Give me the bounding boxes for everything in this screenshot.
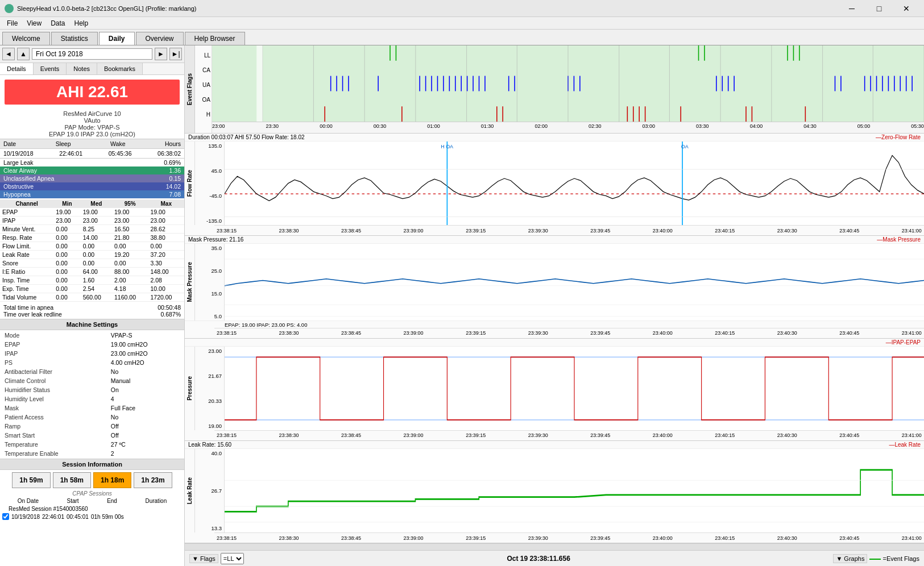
- ll-dropdown[interactable]: =LL: [221, 553, 244, 564]
- table-row: Exp. Time0.002.544.1810.00: [0, 285, 184, 293]
- lr-x6: 23:39:45: [590, 535, 610, 541]
- lr-y2: 13.3: [197, 525, 222, 531]
- tab-welcome[interactable]: Welcome: [2, 32, 50, 45]
- list-item: Smart StartOff: [1, 431, 183, 439]
- menu-view[interactable]: View: [22, 18, 46, 28]
- hypopnea-row: Hypopnea 7.08: [0, 190, 184, 198]
- sub-tab-details[interactable]: Details: [0, 63, 34, 74]
- table-row: IPAP23.0023.0023.0023.00: [0, 217, 184, 225]
- large-leak-label: Large Leak: [3, 159, 34, 166]
- leak-rate-xaxis: 23:38:15 23:38:30 23:38:45 23:39:00 23:3…: [214, 532, 924, 543]
- pressure-vert-label: Pressure: [185, 347, 195, 430]
- stats-header-pct95: 95%: [112, 199, 148, 208]
- p-x1: 23:38:30: [279, 432, 299, 438]
- session-duration-button[interactable]: 1h 58m: [53, 472, 91, 488]
- flags-chart-area: 23:00 23:30 00:00 00:30 01:00 01:30 02:0…: [212, 45, 924, 133]
- leak-rate-chart: [225, 449, 924, 532]
- flow-rate-vert-label: Flow Rate: [185, 142, 195, 225]
- mp-x6: 23:39:45: [590, 330, 610, 336]
- pressure-title-right: —IPAP-EPAP: [886, 339, 921, 346]
- fr-y2: -45.0: [197, 193, 222, 199]
- nav-home-button[interactable]: ▲: [17, 48, 30, 60]
- app-icon: [5, 4, 14, 13]
- table-row: Flow Limit.0.000.000.000.00: [0, 242, 184, 251]
- sub-tab-notes[interactable]: Notes: [67, 63, 97, 74]
- flags-x-8: 03:00: [643, 123, 656, 132]
- flow-rate-title: Duration 00:03:07 AHI 57.50 Flow Rate: 1…: [185, 134, 924, 142]
- graphs-dropdown-label[interactable]: ▼ Graphs: [833, 554, 867, 563]
- pressure-yaxis: 23.00 21.67 20.33 19.00: [195, 347, 225, 430]
- flags-x-13: 05:30: [911, 123, 924, 132]
- flags-svg: [212, 45, 924, 122]
- stats-header-max: Max: [148, 199, 185, 208]
- sub-tab-events[interactable]: Events: [34, 63, 67, 74]
- hours-col-header: Hours: [165, 140, 181, 147]
- mask-pressure-footer-text: EPAP: 19.00 IPAP: 23.00 PS: 4.00: [225, 322, 307, 328]
- session-summary-row: 10/19/2018 22:46:01 05:45:36 06:38:02: [0, 149, 184, 159]
- status-left: ▼ Flags =LL: [189, 553, 244, 564]
- p-x5: 23:39:30: [528, 432, 548, 438]
- table-row: Minute Vent.0.008.2516.5028.62: [0, 225, 184, 234]
- svg-text:OA: OA: [446, 143, 454, 149]
- menu-file[interactable]: File: [2, 18, 22, 28]
- mp-y1: 25.0: [197, 268, 222, 274]
- left-panel: ◄ ▲ Fri Oct 19 2018 ► ►| Details Events …: [0, 45, 185, 566]
- scrollbar[interactable]: [185, 543, 924, 550]
- machine-settings-table: ModeVPAP-SEPAP19.00 cmH2OIPAP23.00 cmH2O…: [0, 330, 184, 459]
- lr-x11: 23:41:00: [902, 535, 922, 541]
- title-bar-left: SleepyHead v1.0.0-beta-2 [cb213cc OpenGL…: [5, 4, 197, 13]
- flags-dropdown-label[interactable]: ▼ Flags: [189, 554, 218, 563]
- session-col-end: End: [107, 498, 117, 504]
- session-buttons: 1h 59m1h 58m1h 18m1h 23m: [0, 470, 184, 490]
- mp-x2: 23:38:45: [341, 330, 361, 336]
- session-duration-button[interactable]: 1h 18m: [93, 472, 131, 488]
- session-duration-button[interactable]: 1h 59m: [12, 472, 50, 488]
- mp-y3: 5.0: [197, 313, 222, 319]
- session-duration-button[interactable]: 1h 23m: [134, 472, 172, 488]
- session-col-on: On Date: [18, 498, 39, 504]
- lr-x1: 23:38:30: [279, 535, 299, 541]
- list-item: IPAP23.00 cmH2O: [1, 349, 183, 357]
- leak-rate-svg: [225, 449, 924, 532]
- mask-pressure-xaxis: 23:38:15 23:38:30 23:38:45 23:39:00 23:3…: [214, 328, 924, 338]
- leak-rate-title-right: —Leak Rate: [889, 442, 921, 448]
- fr-x4: 23:39:15: [466, 228, 486, 234]
- menu-data[interactable]: Data: [46, 18, 69, 28]
- flags-x-5: 01:30: [481, 123, 494, 132]
- fr-x11: 23:41:00: [902, 228, 922, 234]
- nav-prev-button[interactable]: ◄: [2, 48, 15, 60]
- flags-canvas: [212, 45, 924, 122]
- p-x9: 23:40:30: [777, 432, 797, 438]
- lr-x10: 23:40:45: [839, 535, 859, 541]
- menu-help[interactable]: Help: [70, 18, 93, 28]
- tab-help[interactable]: Help Browser: [185, 32, 245, 45]
- p-x3: 23:39:00: [404, 432, 424, 438]
- leak-rate-label-text: Leak Rate: [187, 477, 193, 504]
- session-checkbox[interactable]: [2, 513, 9, 520]
- tab-overview[interactable]: Overview: [136, 32, 184, 45]
- event-flags-section: Event Flags LL CA UA OA H: [185, 45, 924, 134]
- date-nav: ◄ ▲ Fri Oct 19 2018 ► ►|: [0, 45, 184, 63]
- charts-area: Duration 00:03:07 AHI 57.50 Flow Rate: 1…: [185, 134, 924, 543]
- tab-daily[interactable]: Daily: [99, 32, 135, 45]
- nav-next-button[interactable]: ►: [155, 48, 167, 60]
- close-button[interactable]: ✕: [893, 0, 919, 17]
- pressure-title: —IPAP-EPAP: [185, 339, 924, 347]
- hours-value: 06:38:02: [158, 150, 181, 157]
- title-bar-title: SleepyHead v1.0.0-beta-2 [cb213cc OpenGL…: [17, 5, 197, 12]
- pressure-chart: [225, 347, 924, 430]
- pressure-body: Pressure 23.00 21.67 20.33 19.00: [185, 347, 924, 430]
- wake-value: 05:45:36: [109, 150, 132, 157]
- tab-statistics[interactable]: Statistics: [51, 32, 98, 45]
- lr-x4: 23:39:15: [466, 535, 486, 541]
- right-panel: Event Flags LL CA UA OA H: [185, 45, 924, 566]
- maximize-button[interactable]: □: [866, 0, 892, 17]
- nav-jump-button[interactable]: ►|: [169, 48, 182, 60]
- leak-redline-row: Time over leak redline 0.687%: [3, 311, 181, 318]
- sub-tab-bookmarks[interactable]: Bookmarks: [97, 63, 143, 74]
- minimize-button[interactable]: ─: [839, 0, 865, 17]
- flags-y-oa: OA: [195, 97, 210, 103]
- p-x7: 23:40:00: [653, 432, 673, 438]
- lr-y0: 40.0: [197, 450, 222, 456]
- clear-airway-label: Clear Airway: [3, 167, 37, 174]
